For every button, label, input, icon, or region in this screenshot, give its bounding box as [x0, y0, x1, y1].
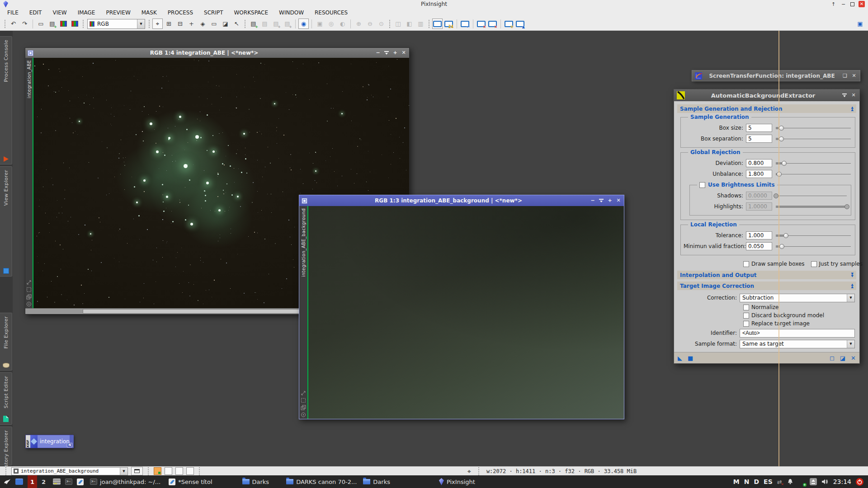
- sidebar-item-process-console[interactable]: Process Console: [0, 36, 12, 164]
- shade-button[interactable]: [384, 51, 389, 55]
- notifications-bell-icon[interactable]: [787, 478, 794, 485]
- window-maximize-button[interactable]: [850, 2, 854, 6]
- package-updates-icon[interactable]: [798, 479, 805, 485]
- zoom-button[interactable]: +: [392, 50, 398, 56]
- sync-views-icon[interactable]: [301, 390, 306, 396]
- active-view-selector[interactable]: integration_ABE_background: [11, 467, 128, 475]
- edit-preview-mode-icon[interactable]: ◪: [220, 19, 231, 29]
- zoom-11-icon[interactable]: ◉: [298, 19, 309, 29]
- deviation-input[interactable]: [746, 159, 772, 167]
- explorer-window-icon[interactable]: ◫: [393, 19, 403, 29]
- stf-boost-icon[interactable]: ☢: [504, 19, 514, 29]
- image-window-icon[interactable]: [28, 50, 33, 56]
- close-button[interactable]: ✕: [401, 50, 407, 56]
- menu-script[interactable]: SCRIPT: [198, 9, 228, 16]
- menu-edit[interactable]: EDIT: [24, 9, 47, 16]
- image-window-icon[interactable]: [302, 198, 307, 204]
- expand-icon[interactable]: [851, 273, 854, 277]
- minimum-valid-fraction-slider[interactable]: [776, 243, 851, 250]
- section-sample-generation-rejection[interactable]: Sample Generation and Rejection: [677, 104, 856, 113]
- view-selector-strip[interactable]: integration_ABE: [25, 58, 33, 308]
- menu-resources[interactable]: RESOURCES: [309, 9, 353, 16]
- view-selector-strip[interactable]: integration_ABE_background: [299, 206, 308, 419]
- readout-icon[interactable]: [301, 412, 306, 418]
- discard-background-model-checkbox[interactable]: [743, 313, 749, 319]
- readout-mode-icon[interactable]: ⌖: [152, 19, 163, 29]
- drag-handle[interactable]: [198, 466, 201, 476]
- editor-launcher-icon[interactable]: [77, 479, 84, 485]
- workspace-tile-3[interactable]: [175, 467, 183, 475]
- new-channel-icon[interactable]: ▤+: [271, 19, 281, 29]
- task-terminal[interactable]: joan@thinkpad: ~/...: [90, 479, 160, 485]
- close-button[interactable]: ✕: [851, 73, 857, 79]
- zoom-actual-icon[interactable]: ⊙: [376, 19, 387, 29]
- minimize-button[interactable]: −: [590, 197, 596, 204]
- new-preview-icon[interactable]: [26, 287, 32, 292]
- section-target-image-correction[interactable]: Target Image Correction: [677, 282, 856, 290]
- close-button[interactable]: ✕: [850, 92, 857, 99]
- pin-toolbar-icon[interactable]: ▣: [855, 19, 865, 29]
- toolbar-drag-handle[interactable]: [148, 19, 151, 29]
- indicator-d[interactable]: D: [754, 478, 759, 485]
- keyboard-layout-indicator[interactable]: ES: [764, 478, 773, 485]
- unbalance-slider[interactable]: [776, 171, 851, 178]
- color-image-icon[interactable]: [58, 19, 69, 29]
- menu-workspace[interactable]: WORKSPACE: [229, 9, 274, 16]
- just-try-samples-checkbox[interactable]: [811, 261, 817, 267]
- show-desktop-icon[interactable]: [15, 479, 23, 485]
- correction-select[interactable]: Subtraction: [740, 294, 855, 302]
- duplicate-image-icon[interactable]: ▤: [259, 19, 270, 29]
- fit-window-icon[interactable]: ▣: [315, 19, 325, 29]
- zoom-out-icon[interactable]: ⊖: [365, 19, 375, 29]
- menu-window[interactable]: WINDOW: [274, 9, 309, 16]
- dropdown-arrow-icon[interactable]: [120, 468, 127, 475]
- normalize-checkbox[interactable]: [743, 305, 749, 310]
- stf-shadows-clip-icon[interactable]: ▲: [515, 19, 525, 29]
- sidebar-item-file-explorer[interactable]: File Explorer: [0, 313, 12, 371]
- stf-window-titlebar[interactable]: ScreenTransferFunction: integration_ABE …: [692, 70, 860, 81]
- new-preview-mode-icon[interactable]: ▭: [209, 19, 219, 29]
- sidebar-item-history-explorer[interactable]: History Explorer: [0, 427, 12, 465]
- window-titlebar[interactable]: RGB 1:3 integration_ABE_background | <*n…: [299, 195, 624, 206]
- dropdown-arrow-icon[interactable]: [847, 340, 854, 348]
- sidebar-item-script-editor[interactable]: Script Editor: [0, 372, 12, 425]
- new-image-icon[interactable]: ▤+: [248, 19, 259, 29]
- menu-view[interactable]: VIEW: [47, 9, 72, 16]
- format-explorer-icon[interactable]: ◧: [404, 19, 415, 29]
- dropdown-arrow-icon[interactable]: [847, 294, 854, 302]
- stf-auto-stretch-icon[interactable]: ←: [460, 19, 470, 29]
- box-size-slider[interactable]: [776, 125, 851, 131]
- toolbar-drag-handle[interactable]: [388, 19, 391, 29]
- task-folder-darks-2[interactable]: Darks: [363, 479, 390, 485]
- browse-documentation-button[interactable]: ◪: [840, 355, 845, 361]
- menu-preview[interactable]: PREVIEW: [100, 9, 136, 16]
- workspace-button-2[interactable]: 2: [39, 475, 48, 488]
- drag-handle[interactable]: [147, 466, 150, 476]
- workspace-tile-1[interactable]: [154, 467, 161, 475]
- collapse-icon[interactable]: [851, 107, 854, 111]
- clock[interactable]: 23:14: [833, 478, 851, 485]
- toolbar-drag-handle[interactable]: [244, 19, 246, 29]
- reset-button[interactable]: ✕: [851, 355, 856, 361]
- minimum-valid-fraction-input[interactable]: [746, 242, 772, 250]
- task-editor[interactable]: *Sense títol: [169, 479, 212, 485]
- sample-format-select[interactable]: Same as target: [740, 340, 855, 348]
- abe-process-window[interactable]: AutomaticBackgroundExtractor ✕ Sample Ge…: [674, 89, 860, 364]
- abe-titlebar[interactable]: AutomaticBackgroundExtractor ✕: [674, 89, 859, 101]
- zoom-in-mode-icon[interactable]: ⊞: [164, 19, 174, 29]
- shade-button[interactable]: [599, 199, 604, 202]
- zoom-in-icon[interactable]: ⊕: [354, 19, 364, 29]
- window-rollup-icon[interactable]: ↑: [830, 1, 836, 7]
- new-instance-button[interactable]: ◻: [830, 355, 835, 361]
- stf-24bit-lut-icon[interactable]: 24: [443, 19, 454, 29]
- duplicate-view-icon[interactable]: [26, 294, 32, 300]
- new-preview-icon[interactable]: [301, 398, 306, 403]
- use-brightness-limits-checkbox[interactable]: [699, 182, 705, 188]
- pan-mode-icon[interactable]: +: [186, 19, 197, 29]
- unbalance-input[interactable]: [746, 170, 772, 178]
- box-size-input[interactable]: [746, 124, 772, 132]
- toolbar-drag-handle[interactable]: [4, 19, 6, 29]
- close-button[interactable]: ✕: [615, 197, 622, 204]
- sync-views-icon[interactable]: [26, 280, 32, 285]
- redo-icon[interactable]: ↷: [19, 19, 30, 29]
